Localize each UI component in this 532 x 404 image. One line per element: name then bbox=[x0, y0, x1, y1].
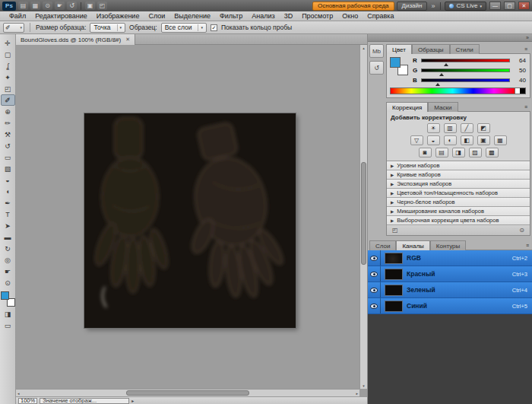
disclosure-triangle-icon[interactable]: ▶ bbox=[391, 218, 394, 223]
hand-tool[interactable]: ☛ bbox=[1, 266, 15, 277]
menu-file[interactable]: Файл bbox=[5, 12, 30, 20]
invert-icon[interactable]: ◙ bbox=[419, 148, 432, 157]
arrange-documents-icon[interactable]: ▣ bbox=[85, 2, 95, 10]
view-extras-icon[interactable]: ▦ bbox=[30, 2, 40, 10]
channel-thumbnail[interactable] bbox=[385, 285, 403, 296]
hand-tool-icon[interactable]: ☛ bbox=[55, 2, 65, 10]
rectangular-marquee-tool[interactable]: ▢ bbox=[1, 49, 15, 60]
menu-select[interactable]: Выделение bbox=[169, 12, 215, 20]
scroll-left-icon[interactable]: ◂ bbox=[16, 391, 21, 396]
blue-slider[interactable] bbox=[421, 78, 510, 82]
history-brush-tool[interactable]: ↺ bbox=[1, 140, 15, 151]
clone-stamp-tool[interactable]: ⚒ bbox=[1, 129, 15, 140]
3d-rotate-tool[interactable]: ↻ bbox=[1, 243, 15, 254]
preset-row-selective-color[interactable]: ▶Выборочная коррекция цвета наборов bbox=[387, 216, 530, 225]
eraser-tool[interactable]: ▭ bbox=[1, 151, 15, 163]
blur-tool[interactable]: ◒ bbox=[1, 174, 15, 186]
menu-filter[interactable]: Фильтр bbox=[215, 12, 247, 20]
vibrance-icon[interactable]: ▽ bbox=[410, 135, 423, 145]
menu-view[interactable]: Просмотр bbox=[297, 12, 337, 20]
horizontal-scrollbar[interactable]: ◂ ▸ bbox=[16, 389, 359, 396]
gradient-tool[interactable]: ▧ bbox=[1, 163, 15, 174]
black-chip[interactable] bbox=[520, 88, 525, 94]
workspace-button-primary[interactable]: Основная рабочая среда bbox=[312, 2, 394, 11]
sample-size-dropdown[interactable]: Точка ▾ bbox=[90, 23, 125, 33]
vertical-scrollbar[interactable]: ▴ ▾ bbox=[359, 45, 367, 389]
workspace-button-design[interactable]: Дизайн bbox=[397, 2, 428, 11]
threshold-icon[interactable]: ◨ bbox=[452, 148, 465, 157]
dock-collapse-icon[interactable]: » bbox=[526, 35, 529, 40]
selective-color-icon[interactable]: ▩ bbox=[486, 148, 499, 157]
channel-row-green[interactable]: Зеленый Ctrl+4 bbox=[368, 282, 532, 298]
channel-thumbnail[interactable] bbox=[385, 253, 403, 264]
spectrum-gradient[interactable] bbox=[391, 88, 515, 94]
disclosure-triangle-icon[interactable]: ▶ bbox=[391, 209, 394, 214]
gradient-map-icon[interactable]: ▨ bbox=[469, 148, 482, 157]
posterize-icon[interactable]: ▤ bbox=[435, 148, 448, 157]
zoom-tool-icon[interactable]: ⊙ bbox=[43, 2, 52, 10]
scroll-down-icon[interactable]: ▾ bbox=[360, 383, 367, 388]
horizontal-scroll-thumb[interactable] bbox=[126, 390, 250, 396]
foreground-color-swatch[interactable] bbox=[1, 291, 9, 300]
channel-thumbnail[interactable] bbox=[385, 301, 403, 312]
color-spectrum-ramp[interactable] bbox=[390, 87, 526, 94]
channel-mixer-icon[interactable]: ▦ bbox=[494, 135, 507, 145]
preset-row-curves[interactable]: ▶Кривые наборов bbox=[387, 170, 530, 180]
red-value[interactable]: 64 bbox=[513, 57, 526, 64]
tab-styles[interactable]: Стили bbox=[450, 44, 480, 54]
cs-live-button[interactable]: CS Live ▾ bbox=[445, 2, 486, 11]
menu-edit[interactable]: Редактирование bbox=[30, 12, 92, 20]
lasso-tool[interactable]: ʆ bbox=[1, 60, 15, 72]
exposure-icon[interactable]: ◩ bbox=[477, 123, 490, 133]
rotate-view-icon[interactable]: ↺ bbox=[67, 2, 77, 10]
tab-paths[interactable]: Контуры bbox=[430, 240, 466, 250]
green-slider[interactable] bbox=[421, 68, 510, 72]
preset-row-channel-mixer[interactable]: ▶Микширование каналов наборов bbox=[387, 207, 530, 216]
type-tool[interactable]: T bbox=[1, 208, 15, 220]
zoom-level-field[interactable]: 100% bbox=[18, 398, 37, 404]
photo-filter-icon[interactable]: ▣ bbox=[477, 135, 490, 145]
panel-expand-icon[interactable]: ◰ bbox=[392, 227, 398, 234]
channel-row-rgb[interactable]: RGB Ctrl+2 bbox=[368, 250, 532, 266]
dodge-tool[interactable]: ◖ bbox=[1, 186, 15, 197]
tab-masks[interactable]: Маски bbox=[428, 102, 458, 112]
document-tab[interactable]: BoundGloves.dds @ 100% (RGB/8#) ✕ bbox=[16, 34, 135, 45]
history-panel-icon[interactable]: ↺ bbox=[369, 61, 384, 75]
eyedropper-tool[interactable]: ✐ bbox=[1, 94, 15, 106]
visibility-toggle[interactable] bbox=[368, 298, 381, 313]
menu-3d[interactable]: 3D bbox=[280, 12, 298, 20]
menu-help[interactable]: Справка bbox=[363, 12, 398, 20]
show-sampling-ring-checkbox[interactable]: ✓ bbox=[211, 24, 217, 31]
path-selection-tool[interactable]: ➤ bbox=[1, 220, 15, 231]
sample-dropdown[interactable]: Все слои ▾ bbox=[161, 23, 207, 33]
panel-menu-icon[interactable]: ≡ bbox=[526, 243, 529, 248]
preset-row-levels[interactable]: ▶Уровни наборов bbox=[387, 161, 530, 170]
crop-tool[interactable]: ◰ bbox=[1, 83, 15, 94]
disclosure-triangle-icon[interactable]: ▶ bbox=[391, 191, 394, 196]
white-chip[interactable] bbox=[515, 88, 520, 94]
slider-thumb[interactable] bbox=[439, 73, 444, 76]
minimize-button[interactable]: — bbox=[489, 2, 501, 10]
green-value[interactable]: 50 bbox=[513, 67, 526, 74]
disclosure-triangle-icon[interactable]: ▶ bbox=[391, 182, 394, 186]
mini-bridge-panel-icon[interactable]: Mb bbox=[369, 44, 384, 58]
bridge-icon[interactable]: ▤ bbox=[18, 2, 28, 10]
curves-icon[interactable]: ╱ bbox=[461, 123, 473, 133]
disclosure-triangle-icon[interactable]: ▶ bbox=[391, 200, 394, 205]
menu-layers[interactable]: Слои bbox=[144, 12, 169, 20]
panel-menu-icon[interactable]: ≡ bbox=[524, 104, 527, 110]
slider-thumb[interactable] bbox=[435, 83, 440, 86]
pen-tool[interactable]: ✒ bbox=[1, 197, 15, 208]
close-button[interactable]: ✕ bbox=[518, 2, 530, 10]
workspace-overflow-icon[interactable]: » bbox=[429, 2, 436, 10]
glove-texture-image[interactable] bbox=[84, 113, 296, 328]
visibility-toggle[interactable] bbox=[368, 250, 381, 266]
channel-thumbnail[interactable] bbox=[385, 269, 403, 280]
screen-mode-button[interactable]: ▭ bbox=[1, 320, 15, 331]
disclosure-triangle-icon[interactable]: ▶ bbox=[391, 173, 394, 177]
shape-tool[interactable]: ▬ bbox=[1, 231, 15, 243]
levels-icon[interactable]: ▥ bbox=[444, 123, 457, 133]
quick-mask-button[interactable]: ◨ bbox=[1, 308, 15, 320]
disclosure-triangle-icon[interactable]: ▶ bbox=[391, 164, 394, 168]
foreground-color-swatch[interactable] bbox=[390, 57, 401, 68]
